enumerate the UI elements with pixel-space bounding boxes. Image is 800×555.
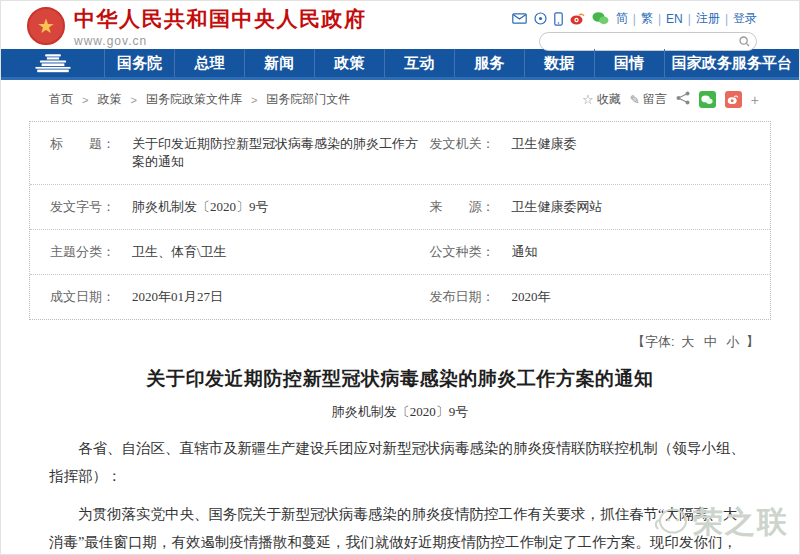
meta-label-doc-type: 公文种类： <box>430 243 512 261</box>
mobile-icon[interactable] <box>554 12 563 26</box>
meta-label-source: 来 源： <box>430 198 512 216</box>
meta-value-issuing-agency: 卫生健康委 <box>512 135 577 171</box>
more-share-button[interactable]: + <box>751 92 759 108</box>
register-link[interactable]: 注册 <box>696 10 720 27</box>
wechat-icon[interactable] <box>592 12 609 25</box>
favorite-button[interactable]: ☆ 收藏 <box>582 91 621 108</box>
breadcrumb: 首页 > 政策 > 国务院政策文件库 > 国务院部门文件 <box>49 91 350 108</box>
meta-value-written-date: 2020年01月27日 <box>132 288 223 306</box>
meta-label-issuing-agency: 发文机关： <box>430 135 512 171</box>
document-meta-table: 标 题： 关于印发近期防控新型冠状病毒感染的肺炎工作方案的通知 发文机关： 卫生… <box>29 121 771 320</box>
page-actions: ☆ 收藏 ✎ 留言 + <box>582 91 759 108</box>
nav-item-interaction[interactable]: 互动 <box>385 49 455 77</box>
pencil-icon: ✎ <box>630 93 640 107</box>
favorite-label: 收藏 <box>597 91 621 108</box>
header-quick-links: 简 | 繁 | EN | 注册 | 登录 <box>512 10 757 27</box>
meta-value-source: 卫生健康委网站 <box>512 198 603 216</box>
paragraph: 为贯彻落实党中央、国务院关于新型冠状病毒感染的肺炎疫情防控工作有关要求，抓住春节… <box>49 500 751 555</box>
breadcrumb-separator: > <box>251 94 257 106</box>
site-header: ★ 中华人民共和国中央人民政府 www.gov.cn <box>1 1 799 49</box>
brand-text: 中华人民共和国中央人民政府 www.gov.cn <box>74 5 367 48</box>
meta-label-doc-number: 发文字号： <box>50 198 132 216</box>
tiananmen-home-icon[interactable] <box>1 49 105 77</box>
lang-traditional[interactable]: 繁 <box>641 10 653 27</box>
table-row: 成文日期： 2020年01月27日 发布日期： 2020年 <box>30 275 770 319</box>
divider: | <box>725 12 728 26</box>
nav-item-national-conditions[interactable]: 国情 <box>595 49 665 77</box>
page-title: 关于印发近期防控新型冠状病毒感染的肺炎工作方案的通知 <box>1 366 799 392</box>
meta-label-publish-date: 发布日期： <box>430 288 512 306</box>
comment-label: 留言 <box>643 91 667 108</box>
font-size-large-button[interactable]: 大 <box>681 334 694 349</box>
weibo-share-icon[interactable] <box>725 91 742 108</box>
document-number: 肺炎机制发〔2020〕9号 <box>1 403 799 421</box>
article-body: 各省、自治区、直辖市及新疆生产建设兵团应对新型冠状病毒感染的肺炎疫情联防联控机制… <box>49 434 751 555</box>
site-url: www.gov.cn <box>74 34 367 48</box>
breadcrumb-dept-documents[interactable]: 国务院部门文件 <box>266 91 350 108</box>
meta-label-topic-category: 主题分类： <box>50 243 132 261</box>
meta-label-written-date: 成文日期： <box>50 288 132 306</box>
meta-value-publish-date: 2020年 <box>512 288 551 306</box>
site-title: 中华人民共和国中央人民政府 <box>74 5 367 33</box>
mail-icon[interactable] <box>512 13 527 24</box>
font-widget-prefix: 【字体: <box>632 334 675 349</box>
national-emblem-icon: ★ <box>27 7 65 45</box>
login-link[interactable]: 登录 <box>733 10 757 27</box>
lang-links: 简 | 繁 | EN | 注册 | 登录 <box>616 10 757 27</box>
site-brand[interactable]: ★ 中华人民共和国中央人民政府 www.gov.cn <box>27 3 367 49</box>
paragraph: 各省、自治区、直辖市及新疆生产建设兵团应对新型冠状病毒感染的肺炎疫情联防联控机制… <box>49 434 751 491</box>
font-size-medium-button[interactable]: 中 <box>704 334 717 349</box>
weibo-icon[interactable] <box>570 12 585 25</box>
divider: | <box>688 12 691 26</box>
search-icon[interactable] <box>739 33 750 51</box>
divider: | <box>658 12 661 26</box>
header-right: 简 | 繁 | EN | 注册 | 登录 <box>512 3 757 49</box>
breadcrumb-policy-library[interactable]: 国务院政策文件库 <box>146 91 242 108</box>
table-row: 发文字号： 肺炎机制发〔2020〕9号 来 源： 卫生健康委网站 <box>30 185 770 230</box>
lang-english[interactable]: EN <box>666 12 683 26</box>
nav-item-state-council[interactable]: 国务院 <box>105 49 175 77</box>
meta-value-doc-number: 肺炎机制发〔2020〕9号 <box>132 198 269 216</box>
share-icon[interactable] <box>676 91 690 108</box>
lang-simplified[interactable]: 简 <box>616 10 628 27</box>
nav-item-services[interactable]: 服务 <box>455 49 525 77</box>
client-app-icon[interactable] <box>534 12 547 25</box>
table-row: 标 题： 关于印发近期防控新型冠状病毒感染的肺炎工作方案的通知 发文机关： 卫生… <box>30 122 770 185</box>
comment-button[interactable]: ✎ 留言 <box>630 91 667 108</box>
breadcrumb-separator: > <box>130 94 136 106</box>
main-nav: 国务院 总理 新闻 政策 互动 服务 数据 国情 国家政务服务平台 <box>1 49 799 80</box>
meta-label-title: 标 题： <box>50 135 132 171</box>
wechat-share-icon[interactable] <box>699 91 716 108</box>
nav-item-data[interactable]: 数据 <box>525 49 595 77</box>
font-size-small-button[interactable]: 小 <box>726 334 739 349</box>
star-icon: ☆ <box>582 92 594 107</box>
font-widget-suffix: 】 <box>746 334 759 349</box>
breadcrumb-policies[interactable]: 政策 <box>97 91 121 108</box>
nav-item-gov-service-platform[interactable]: 国家政务服务平台 <box>665 49 799 77</box>
search-input[interactable] <box>546 34 739 49</box>
divider: | <box>633 12 636 26</box>
font-size-widget: 【字体: 大 中 小 】 <box>1 320 799 351</box>
meta-value-doc-type: 通知 <box>512 243 538 261</box>
nav-item-premier[interactable]: 总理 <box>175 49 245 77</box>
breadcrumb-bar: 首页 > 政策 > 国务院政策文件库 > 国务院部门文件 ☆ 收藏 ✎ 留言 <box>1 80 799 117</box>
nav-item-news[interactable]: 新闻 <box>245 49 315 77</box>
meta-value-topic-category: 卫生、体育\卫生 <box>132 243 227 261</box>
meta-value-title: 关于印发近期防控新型冠状病毒感染的肺炎工作方案的通知 <box>132 135 430 171</box>
breadcrumb-home[interactable]: 首页 <box>49 91 73 108</box>
breadcrumb-separator: > <box>82 94 88 106</box>
nav-item-policies[interactable]: 政策 <box>315 49 385 77</box>
table-row: 主题分类： 卫生、体育\卫生 公文种类： 通知 <box>30 230 770 275</box>
